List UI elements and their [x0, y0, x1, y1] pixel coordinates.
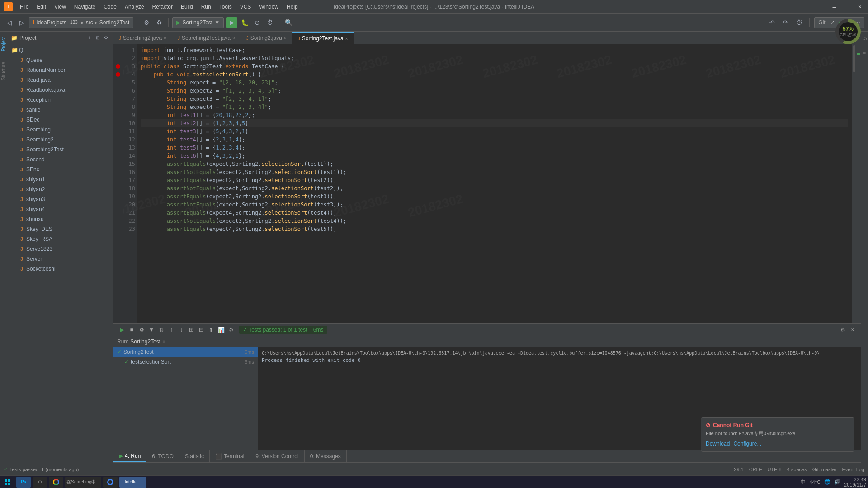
- bottom-tab-terminal[interactable]: ⬛ Terminal: [210, 450, 250, 462]
- notification-configure-button[interactable]: Configure...: [733, 441, 761, 447]
- menu-file[interactable]: File: [16, 2, 32, 11]
- notification-download-button[interactable]: Download: [706, 441, 730, 447]
- debug-button[interactable]: 🐛: [239, 17, 250, 28]
- maximize-button[interactable]: □: [842, 2, 851, 11]
- run-tree-item[interactable]: ✓ Sorting2Test6ms: [113, 347, 258, 357]
- menu-run[interactable]: Run: [198, 2, 215, 11]
- code-line[interactable]: assertNotEquals(expect3,Sorting2.selecti…: [141, 217, 848, 225]
- bottom-tab-statistic[interactable]: Statistic: [179, 450, 210, 462]
- tree-item-skeyrsa[interactable]: JSkey_RSA: [7, 234, 113, 244]
- language-indicator[interactable]: 中: [801, 479, 806, 485]
- code-line[interactable]: String expect4 = "[1, 2, 3, 4]";: [141, 103, 848, 111]
- minimize-button[interactable]: –: [830, 2, 839, 11]
- bottom-tab-messages[interactable]: 0: Messages: [305, 450, 347, 462]
- structure-tab[interactable]: Structure: [1, 60, 6, 82]
- taskbar-chrome-2[interactable]: [103, 477, 118, 488]
- tree-item-socketceshi[interactable]: JSocketceshi: [7, 264, 113, 274]
- profile-button[interactable]: ⏱: [264, 17, 275, 28]
- tree-item-senc[interactable]: JSEnc: [7, 164, 113, 174]
- menu-tools[interactable]: Tools: [216, 2, 236, 11]
- tree-item-shiyan1[interactable]: Jshiyan1: [7, 174, 113, 184]
- code-line[interactable]: String expect2 = "[1, 2, 3, 4, 5]";: [141, 87, 848, 95]
- tab-searching2test[interactable]: J Searching2Test.java ×: [172, 32, 241, 44]
- tree-item-server[interactable]: JServer: [7, 254, 113, 264]
- event-log-tab[interactable]: ≡: [862, 50, 867, 56]
- code-line[interactable]: String expect3 = "[2, 3, 4, 1]";: [141, 95, 848, 103]
- tab-searching2[interactable]: J Searching2.java ×: [113, 32, 172, 44]
- code-line[interactable]: int test1[] = {20,18,23,2};: [141, 111, 848, 119]
- tab-sorting2[interactable]: J Sorting2.java ×: [241, 32, 292, 44]
- taskbar-devtools[interactable]: ⚙: [33, 477, 47, 488]
- back-button[interactable]: ◁: [4, 17, 14, 28]
- tab-close-sorting2test[interactable]: ×: [345, 36, 348, 41]
- file-encoding[interactable]: UTF-8: [767, 467, 781, 472]
- tree-item-q[interactable]: 📁Q: [7, 45, 113, 55]
- tree-item-readbooksjava[interactable]: JReadbooks.java: [7, 85, 113, 95]
- close-button[interactable]: ×: [855, 2, 864, 11]
- tab-sorting2test[interactable]: J Sorting2Test.java ×: [292, 32, 354, 44]
- tree-item-searching[interactable]: JSearching: [7, 125, 113, 135]
- coverage-button[interactable]: ⊙: [252, 17, 263, 28]
- search-everywhere-button[interactable]: 🔍: [283, 17, 294, 28]
- event-log-link[interactable]: Event Log: [842, 467, 864, 472]
- run-export-button[interactable]: ⬆: [207, 325, 216, 334]
- gear-icon[interactable]: ⚙: [838, 325, 847, 334]
- code-line[interactable]: assertEquals(expect4,Sorting2.selectionS…: [141, 225, 848, 233]
- code-line[interactable]: int test2[] = {1,2,3,4,5};: [141, 119, 848, 127]
- indent-size[interactable]: 4 spaces: [787, 467, 807, 472]
- tree-item-skeydes[interactable]: JSkey_DES: [7, 224, 113, 234]
- bottom-tab-run[interactable]: ▶ 4: Run: [113, 450, 146, 462]
- menu-refactor[interactable]: Refactor: [149, 2, 176, 11]
- run-tree-item[interactable]: ✓ testselectionSort6ms: [113, 357, 258, 367]
- run-sort-button[interactable]: ⇅: [157, 325, 166, 334]
- cursor-position[interactable]: 29:1: [734, 467, 743, 472]
- code-content[interactable]: import junit.framework.TestCase;import s…: [137, 44, 852, 323]
- menu-analyze[interactable]: Analyze: [121, 2, 148, 11]
- run-chart-button[interactable]: 📊: [217, 325, 226, 334]
- vertical-scrollbar[interactable]: [852, 44, 856, 323]
- bottom-tab-vcs[interactable]: 9: Version Control: [250, 450, 304, 462]
- new-file-button[interactable]: +: [86, 34, 93, 42]
- tab-close-sorting2[interactable]: ×: [284, 36, 287, 41]
- menu-navigate[interactable]: Navigate: [71, 2, 99, 11]
- line-ending[interactable]: CRLF: [749, 467, 762, 472]
- code-line[interactable]: int test3[] = {5,4,3,2,1};: [141, 127, 848, 136]
- run-button[interactable]: ▶: [226, 17, 237, 28]
- code-line[interactable]: int test5[] = {1,2,3,4};: [141, 144, 848, 152]
- taskbar-searching-app[interactable]: 在Searching中...: [65, 477, 101, 488]
- menu-code[interactable]: Code: [100, 2, 120, 11]
- tab-close-searching2[interactable]: ×: [164, 36, 166, 41]
- tree-item-searching2test[interactable]: JSearching2Test: [7, 145, 113, 155]
- run-tab-close[interactable]: ×: [162, 338, 165, 345]
- project-tab[interactable]: Project: [1, 35, 6, 53]
- code-line[interactable]: assertEquals(expect2,Sorting2.selectionS…: [141, 176, 848, 184]
- taskbar-chrome[interactable]: [49, 477, 63, 488]
- history-button[interactable]: ⏱: [794, 17, 805, 28]
- rerun-button[interactable]: ▶: [117, 325, 126, 334]
- breakpoint-indicator-2[interactable]: [113, 70, 123, 79]
- project-selector[interactable]: I IdeaProjects 123 ▸ src ▸ Sorting2Test: [29, 17, 133, 28]
- menu-vcs[interactable]: VCS: [236, 2, 255, 11]
- settings-button[interactable]: ⚙: [102, 34, 109, 42]
- code-line[interactable]: assertEquals(expect4,Sorting2.selectionS…: [141, 209, 848, 217]
- run-up-button[interactable]: ↑: [167, 325, 176, 334]
- run-expand-button[interactable]: ⊞: [187, 325, 196, 334]
- tree-item-shunxu[interactable]: Jshunxu: [7, 214, 113, 224]
- scrollbar-thumb[interactable]: [853, 45, 855, 72]
- code-line[interactable]: int test4[] = {2,3,1,4};: [141, 136, 848, 144]
- breakpoint-indicator-1[interactable]: [113, 62, 123, 70]
- code-line[interactable]: assertNotEquals(expect2,Sorting2.selecti…: [141, 168, 848, 176]
- run-config-selector[interactable]: ▶ Sorting2Test ▼: [172, 17, 224, 28]
- undo-button[interactable]: ↶: [767, 17, 778, 28]
- tree-item-second[interactable]: JSecond: [7, 155, 113, 164]
- run-filter-button[interactable]: ▼: [147, 325, 156, 334]
- gradle-tab[interactable]: G: [862, 35, 867, 42]
- build-button[interactable]: ⚙: [141, 17, 152, 28]
- code-line[interactable]: String expect = "[2, 18, 20, 23]";: [141, 79, 848, 87]
- code-line[interactable]: import static org.junit.Assert.assertNot…: [141, 54, 848, 62]
- code-line[interactable]: public class Sorting2Test extends TestCa…: [141, 62, 848, 70]
- code-line[interactable]: assertEquals(expect2,Sorting2.selectionS…: [141, 192, 848, 201]
- menu-window[interactable]: Window: [255, 2, 282, 11]
- menu-edit[interactable]: Edit: [33, 2, 50, 11]
- code-line[interactable]: import junit.framework.TestCase;: [141, 46, 848, 54]
